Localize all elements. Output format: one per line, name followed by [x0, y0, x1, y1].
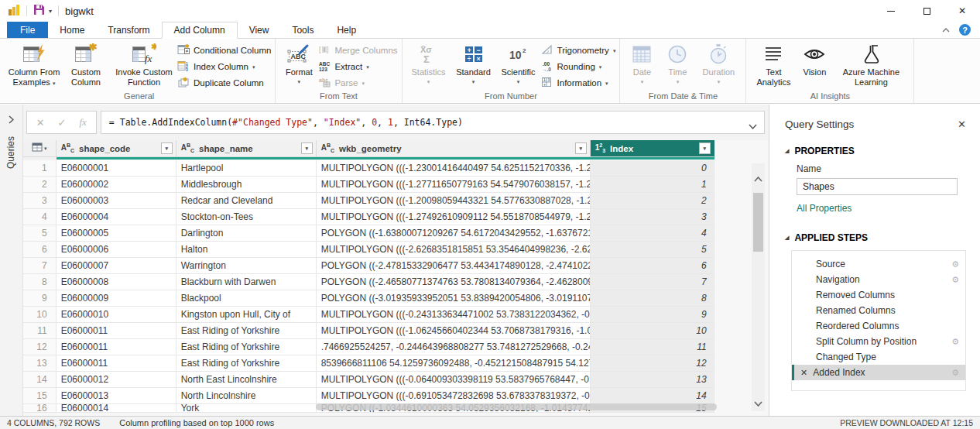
query-settings-close-icon[interactable]: ✕	[958, 118, 966, 130]
tab-tools[interactable]: Tools	[280, 22, 325, 38]
invoke-custom-function-button[interactable]: ✱fx Invoke Custom Function	[111, 39, 177, 88]
minimize-button[interactable]	[873, 0, 909, 22]
cell-shape-name[interactable]: York	[176, 404, 317, 413]
formula-cancel-icon[interactable]: ✕	[36, 117, 45, 129]
trigonometry-button[interactable]: Trigonometry ▾	[541, 44, 616, 57]
column-header-Index[interactable]: 123Index▾	[591, 140, 714, 157]
tab-transform[interactable]: Transform	[96, 22, 161, 38]
vision-button[interactable]: Vision	[797, 39, 832, 77]
row-number[interactable]: 1	[23, 160, 57, 177]
cell-index[interactable]: 2	[591, 193, 714, 209]
format-button[interactable]: ABC Format ▾	[279, 39, 318, 84]
cell-wkb-geometry[interactable]: MULTIPOLYGON (((-1.27492610909112 54.551…	[317, 209, 591, 225]
filter-dropdown-icon[interactable]: ▾	[699, 142, 711, 154]
cell-shape-name[interactable]: Stockton-on-Tees	[176, 209, 317, 225]
cell-shape-code[interactable]: E06000013	[57, 388, 176, 404]
cell-shape-code[interactable]: E06000001	[57, 160, 176, 177]
close-button[interactable]: ✕	[944, 0, 980, 22]
cell-wkb-geometry[interactable]: POLYGON ((-3.01935933952051 53.838942005…	[317, 290, 591, 307]
cell-shape-name[interactable]: Halton	[176, 242, 317, 258]
information-button[interactable]: 13+ Information ▾	[541, 77, 616, 89]
tab-help[interactable]: Help	[325, 22, 368, 38]
formula-input[interactable]: = Table.AddIndexColumn(#"Changed Type", …	[101, 111, 765, 134]
azure-machine-learning-button[interactable]: Azure Machine Learning	[832, 39, 910, 88]
cell-wkb-geometry[interactable]: POLYGON ((-2.47815332906477 53.443417489…	[317, 258, 591, 274]
cell-shape-code[interactable]: E06000011	[57, 355, 176, 372]
cell-shape-code[interactable]: E06000011	[57, 339, 176, 355]
cell-index[interactable]: 13	[591, 372, 714, 388]
row-number[interactable]: 4	[23, 209, 57, 225]
row-number[interactable]: 8	[23, 274, 57, 290]
cell-shape-code[interactable]: E06000009	[57, 290, 176, 307]
cell-wkb-geometry[interactable]: MULTIPOLYGON (((-2.6268351815851 53.3546…	[317, 242, 591, 258]
applied-step-reordered-columns[interactable]: Reordered Columns	[792, 318, 965, 334]
cell-shape-name[interactable]: Hartlepool	[176, 160, 317, 177]
conditional-column-button[interactable]: ≠✱ Conditional Column	[177, 44, 271, 57]
step-gear-icon[interactable]: ⚙	[951, 337, 959, 347]
row-number[interactable]: 10	[23, 307, 57, 323]
row-number[interactable]: 3	[23, 193, 57, 209]
cell-shape-name[interactable]: Blackburn with Darwen	[176, 274, 317, 290]
cell-wkb-geometry[interactable]: MULTIPOLYGON (((-1.20098059443321 54.577…	[317, 193, 591, 209]
tab-home[interactable]: Home	[48, 22, 96, 38]
cell-wkb-geometry[interactable]: .7466925524257, -0.244643968808277 53.74…	[317, 339, 591, 355]
row-number[interactable]: 7	[23, 258, 57, 274]
tab-add-column[interactable]: Add Column	[162, 22, 238, 39]
query-name-input[interactable]: Shapes	[797, 178, 958, 195]
applied-step-source[interactable]: Source⚙	[792, 256, 965, 272]
cell-index[interactable]: 12	[591, 355, 714, 372]
cell-shape-name[interactable]: Blackpool	[176, 290, 317, 307]
custom-column-button[interactable]: ✱ Custom Column	[61, 39, 111, 88]
cell-index[interactable]: 0	[591, 160, 714, 177]
formula-expand-icon[interactable]	[749, 121, 757, 132]
cell-wkb-geometry[interactable]: MULTIPOLYGON (((-0.691053472832698 53.67…	[317, 388, 591, 404]
formula-check-icon[interactable]: ✓	[58, 117, 67, 129]
step-gear-icon[interactable]: ⚙	[951, 368, 959, 378]
cell-index[interactable]: 7	[591, 274, 714, 290]
cell-shape-name[interactable]: East Riding of Yorkshire	[176, 355, 317, 372]
save-dropdown-icon[interactable]: ▾	[49, 8, 52, 15]
cell-wkb-geometry[interactable]: 8539666811106 54.1259736092488, -0.45212…	[317, 355, 591, 372]
cell-index[interactable]: 4	[591, 225, 714, 242]
extract-button[interactable]: ABC123 Extract ▾	[318, 60, 397, 73]
text-analytics-button[interactable]: Text Analytics	[750, 39, 797, 88]
scientific-button[interactable]: 102 Scientific ▾	[496, 39, 541, 84]
column-header-shape_code[interactable]: ABCshape_code▾	[57, 140, 176, 157]
cell-shape-code[interactable]: E06000014	[57, 404, 176, 413]
cell-shape-name[interactable]: East Riding of Yorkshire	[176, 323, 317, 339]
row-number[interactable]: 16	[23, 404, 57, 413]
step-gear-icon[interactable]: ⚙	[951, 259, 959, 269]
row-number[interactable]: 5	[23, 225, 57, 242]
vertical-scrollbar[interactable]	[752, 163, 765, 411]
column-from-examples-button[interactable]: Column From Examples ▾	[7, 39, 61, 88]
cell-wkb-geometry[interactable]: MULTIPOLYGON (((-0.064009303398119 53.58…	[317, 372, 591, 388]
cell-shape-code[interactable]: E06000012	[57, 372, 176, 388]
cell-wkb-geometry[interactable]: MULTIPOLYGON (((-1.27711650779163 54.547…	[317, 177, 591, 193]
row-number[interactable]: 2	[23, 177, 57, 193]
filter-dropdown-icon[interactable]: ▾	[301, 142, 313, 154]
cell-shape-name[interactable]: Warrington	[176, 258, 317, 274]
cell-index[interactable]: 1	[591, 177, 714, 193]
cell-index[interactable]: 11	[591, 339, 714, 355]
applied-step-changed-type[interactable]: Changed Type	[792, 349, 965, 365]
filter-dropdown-icon[interactable]: ▾	[161, 142, 173, 154]
cell-index[interactable]: 3	[591, 209, 714, 225]
cell-index[interactable]: 9	[591, 307, 714, 323]
tab-view[interactable]: View	[238, 22, 281, 38]
cell-wkb-geometry[interactable]: MULTIPOLYGON (((-1.06245660402344 53.706…	[317, 323, 591, 339]
cell-wkb-geometry[interactable]: POLYGON ((-2.46580771374763 53.780813407…	[317, 274, 591, 290]
cell-wkb-geometry[interactable]: MULTIPOLYGON (((-0.243133634471002 53.73…	[317, 307, 591, 323]
column-profiling-status[interactable]: Column profiling based on top 1000 rows	[119, 418, 274, 427]
step-gear-icon[interactable]: ⚙	[951, 275, 959, 285]
cell-shape-code[interactable]: E06000006	[57, 242, 176, 258]
cell-shape-name[interactable]: Middlesbrough	[176, 177, 317, 193]
cell-shape-name[interactable]: Kingston upon Hull, City of	[176, 307, 317, 323]
rounding-button[interactable]: .00→.0 Rounding ▾	[541, 60, 616, 73]
row-number[interactable]: 9	[23, 290, 57, 307]
index-column-button[interactable]: 123 Index Column ▾	[177, 60, 271, 73]
all-properties-link[interactable]: All Properties	[797, 203, 966, 214]
help-button[interactable]: ?	[959, 24, 971, 36]
scroll-up-icon[interactable]	[752, 173, 765, 185]
applied-step-added-index[interactable]: ✕Added Index⚙	[792, 365, 965, 380]
row-number[interactable]: 6	[23, 242, 57, 258]
